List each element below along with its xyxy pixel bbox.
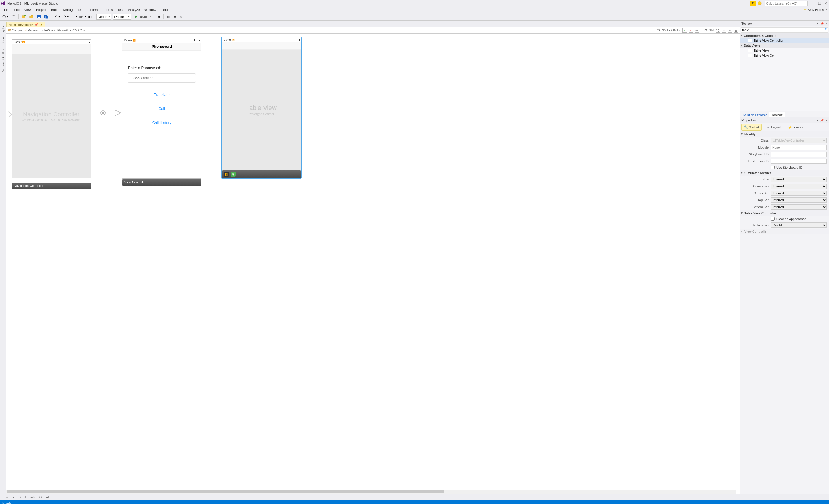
layout-tab[interactable]: ↔ Layout: [764, 124, 783, 130]
class-combo[interactable]: UITableViewController: [771, 138, 827, 143]
document-outline-tab[interactable]: Document Outline: [1, 48, 5, 73]
quick-launch-input[interactable]: [764, 1, 808, 6]
close-tab-icon[interactable]: ×: [40, 23, 42, 27]
menu-build[interactable]: Build: [49, 7, 61, 12]
minimize-icon[interactable]: —: [811, 1, 815, 5]
toolbar-extra-2[interactable]: ▥: [166, 14, 171, 19]
toolbar-extra-1[interactable]: ▦: [156, 14, 161, 19]
new-project-icon[interactable]: [21, 14, 27, 19]
menu-window[interactable]: Window: [142, 7, 158, 12]
nav-back-button[interactable]: ◯ ▾: [1, 14, 9, 19]
orientation-icon[interactable]: ▬: [86, 29, 89, 32]
menu-format[interactable]: Format: [87, 7, 103, 12]
toolbox-search-input[interactable]: [741, 27, 828, 33]
menu-edit[interactable]: Edit: [12, 7, 22, 12]
zoom-in-icon[interactable]: +: [728, 28, 732, 33]
menu-team[interactable]: Team: [75, 7, 87, 12]
menu-file[interactable]: File: [2, 7, 12, 12]
scene-label[interactable]: View Controller: [122, 179, 202, 186]
scene-nav-controller[interactable]: Carrier Navigation Controller Ctrl+drag …: [11, 39, 91, 180]
undo-icon[interactable]: ↶ ▾: [54, 14, 61, 19]
orientation-combo[interactable]: Inferred: [771, 184, 827, 189]
translate-button[interactable]: Translate: [128, 93, 196, 97]
section-view-controller[interactable]: View Controller: [740, 228, 829, 234]
toolbar-extra-4[interactable]: ▧: [178, 14, 184, 19]
config-combo[interactable]: Debug: [97, 14, 111, 20]
module-field[interactable]: [771, 145, 827, 150]
constraints-frame-icon[interactable]: ▭: [694, 28, 699, 33]
menu-analyze[interactable]: Analyze: [126, 7, 142, 12]
start-debug-button[interactable]: ▶ Device ▼: [135, 15, 152, 19]
server-explorer-tab[interactable]: Server Explorer: [1, 23, 5, 44]
zoom-actual-icon[interactable]: ▦: [734, 28, 738, 33]
call-history-button[interactable]: Call History: [128, 120, 196, 125]
menu-test[interactable]: Test: [115, 7, 126, 12]
platform-combo[interactable]: iPhone: [113, 14, 131, 20]
panel-pin-icon[interactable]: 📌: [820, 22, 824, 25]
menu-help[interactable]: Help: [158, 7, 170, 12]
call-button[interactable]: Call: [128, 107, 196, 111]
panel-close-icon[interactable]: ×: [826, 22, 827, 25]
constraints-remove-icon[interactable]: ×: [688, 28, 693, 33]
phoneword-input[interactable]: 1-855-Xamarin: [128, 73, 196, 83]
section-identity[interactable]: Identity: [740, 131, 829, 137]
quick-launch[interactable]: [764, 1, 808, 6]
toolbox-item[interactable]: Table View Controller: [740, 38, 829, 43]
clear-on-appearance-check[interactable]: [771, 217, 774, 221]
panel-pin-icon[interactable]: 📌: [820, 119, 824, 122]
zoom-fit-icon[interactable]: ⛶: [716, 28, 720, 33]
menu-debug[interactable]: Debug: [61, 7, 75, 12]
solution-explorer-tab[interactable]: Solution Explorer: [740, 112, 769, 117]
statusbar-combo[interactable]: Inferred: [771, 190, 827, 196]
use-storyboard-id-check[interactable]: [771, 166, 774, 169]
restore-icon[interactable]: ❐: [818, 1, 822, 5]
menu-view[interactable]: View: [22, 7, 34, 12]
size-combo[interactable]: Inferred: [771, 177, 827, 182]
constraints-add-icon[interactable]: +: [683, 28, 687, 33]
scene-table-view-controller[interactable]: Carrier Table View Prototype Content ◧ ⎘: [222, 37, 301, 178]
scene-view-controller[interactable]: Carrier Phoneword Enter a Phoneword: 1-8…: [122, 38, 202, 179]
toolbox-item[interactable]: Table View Cell: [740, 53, 829, 58]
refreshing-combo[interactable]: Disabled: [771, 222, 827, 228]
menu-project[interactable]: Project: [34, 7, 49, 12]
view-as-os[interactable]: iOS 9.2: [72, 29, 82, 32]
canvas-h-scrollbar[interactable]: [6, 490, 736, 494]
panel-options-icon[interactable]: ▾: [817, 22, 818, 25]
toolbox-group[interactable]: Data Views: [740, 43, 829, 48]
open-file-icon[interactable]: [28, 14, 35, 19]
error-list-tab[interactable]: Error List: [2, 495, 15, 499]
section-simulated[interactable]: Simulated Metrics: [740, 170, 829, 176]
panel-close-icon[interactable]: ×: [826, 119, 827, 122]
nav-forward-button[interactable]: ◯: [11, 14, 16, 19]
save-icon[interactable]: [36, 14, 42, 19]
panel-options-icon[interactable]: ▾: [817, 119, 818, 122]
storyboard-canvas[interactable]: Carrier Navigation Controller Ctrl+drag …: [6, 34, 740, 494]
zoom-out-icon[interactable]: −: [722, 28, 726, 33]
signed-in-user[interactable]: ⚠ Amy Burns ▼: [803, 8, 827, 12]
size-class-w-value[interactable]: Compact: [12, 29, 23, 32]
toolbox-group[interactable]: Controllers & Objects: [740, 33, 829, 38]
size-class-h-value[interactable]: Regular: [28, 29, 38, 32]
first-responder-icon[interactable]: ◧: [224, 172, 229, 177]
menu-tools[interactable]: Tools: [103, 7, 115, 12]
redo-icon[interactable]: ↷ ▾: [63, 14, 70, 19]
breakpoints-tab[interactable]: Breakpoints: [19, 495, 35, 499]
topbar-combo[interactable]: Inferred: [771, 197, 827, 203]
events-tab[interactable]: ⚡ Events: [786, 124, 805, 131]
send-feedback-icon[interactable]: 🙂: [758, 1, 762, 6]
restoration-id-field[interactable]: [771, 158, 827, 164]
view-as-device[interactable]: iPhone 6: [57, 29, 68, 32]
pin-icon[interactable]: 📌: [35, 23, 39, 27]
toolbar-extra-3[interactable]: ▤: [172, 14, 177, 19]
toolbox-tab[interactable]: Toolbox: [769, 112, 785, 117]
scene-label[interactable]: Navigation Controller: [11, 183, 91, 189]
document-tab[interactable]: Main.storyboard* 📌 ×: [6, 22, 45, 27]
exit-icon[interactable]: ⎘: [230, 172, 236, 177]
segue-arrow[interactable]: [91, 109, 122, 116]
widget-tab[interactable]: 🔧 Widget: [742, 124, 762, 131]
output-tab[interactable]: Output: [39, 495, 49, 499]
batch-build-button[interactable]: Batch Build...: [74, 14, 95, 19]
clear-search-icon[interactable]: ×: [825, 28, 827, 31]
close-icon[interactable]: ✕: [824, 1, 828, 5]
storyboard-id-field[interactable]: [771, 152, 827, 157]
